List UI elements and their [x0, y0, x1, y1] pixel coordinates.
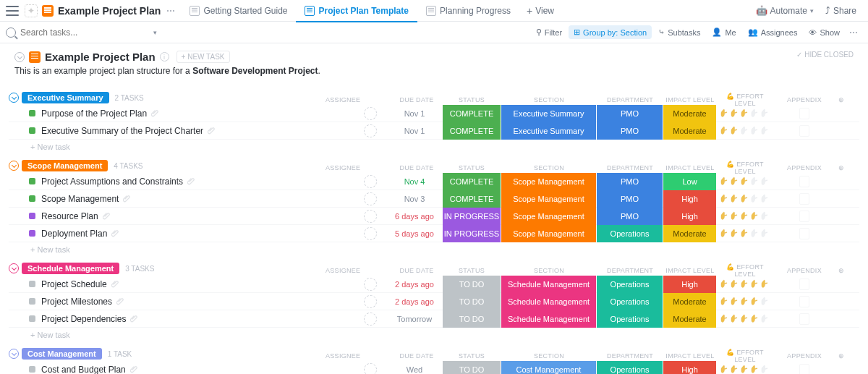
- col-department[interactable]: DEPARTMENT: [597, 96, 663, 103]
- status-square-icon[interactable]: [29, 127, 35, 134]
- search-input[interactable]: [20, 27, 150, 38]
- department-badge[interactable]: PMO: [597, 173, 663, 190]
- status-badge[interactable]: TO DO: [443, 276, 501, 293]
- status-square-icon[interactable]: [29, 298, 35, 305]
- col-department[interactable]: DEPARTMENT: [597, 352, 663, 360]
- department-badge[interactable]: Operations: [597, 225, 663, 242]
- department-badge[interactable]: PMO: [597, 208, 663, 225]
- col-assignee[interactable]: ASSIGNEE: [326, 96, 354, 103]
- assignee-cell[interactable]: [356, 192, 385, 205]
- status-square-icon[interactable]: [29, 281, 35, 287]
- assignee-placeholder-icon[interactable]: [364, 175, 377, 188]
- add-column-button[interactable]: ⊕: [835, 164, 848, 171]
- attachment-icon[interactable]: [208, 127, 216, 135]
- task-name[interactable]: Project Schedule: [41, 279, 107, 289]
- status-badge[interactable]: TO DO: [443, 293, 501, 310]
- task-row[interactable]: Project Dependencies Tomorrow TO DO Sche…: [9, 310, 859, 328]
- assignee-cell[interactable]: [356, 124, 385, 137]
- impact-badge[interactable]: Low: [663, 173, 716, 190]
- due-date[interactable]: 6 days ago: [388, 212, 441, 221]
- appendix-cell[interactable]: [775, 193, 833, 205]
- status-square-icon[interactable]: [29, 230, 35, 237]
- effort-cell[interactable]: [716, 194, 774, 203]
- assignee-placeholder-icon[interactable]: [364, 107, 377, 120]
- assignee-placeholder-icon[interactable]: [364, 278, 377, 291]
- section-badge[interactable]: Schedule Management: [501, 293, 596, 310]
- appendix-cell[interactable]: [775, 228, 833, 239]
- col-assignee[interactable]: ASSIGNEE: [326, 267, 354, 274]
- col-status[interactable]: STATUS: [443, 267, 501, 274]
- task-name[interactable]: Project Assumptions and Constraints: [41, 177, 183, 187]
- effort-cell[interactable]: [716, 211, 774, 221]
- col-status[interactable]: STATUS: [443, 164, 501, 171]
- status-badge[interactable]: IN PROGRESS: [443, 208, 501, 225]
- department-badge[interactable]: Operations: [597, 310, 663, 328]
- more-button[interactable]: ⋯: [845, 27, 862, 38]
- col-department[interactable]: DEPARTMENT: [597, 267, 663, 274]
- new-task-row[interactable]: + New task: [9, 140, 859, 154]
- task-name[interactable]: Project Dependencies: [41, 314, 126, 324]
- col-department[interactable]: DEPARTMENT: [597, 164, 663, 171]
- col-appendix[interactable]: APPENDIX: [775, 267, 833, 274]
- task-row[interactable]: Scope Management Nov 3 COMPLETE Scope Ma…: [9, 190, 859, 208]
- attachment-icon[interactable]: [111, 280, 120, 289]
- col-impact[interactable]: IMPACT LEVEL: [664, 352, 716, 360]
- status-badge[interactable]: COMPLETE: [443, 105, 501, 122]
- add-column-button[interactable]: ⊕: [835, 267, 848, 274]
- col-status[interactable]: STATUS: [443, 96, 501, 103]
- status-square-icon[interactable]: [29, 178, 35, 184]
- automate-button[interactable]: 🤖 Automate ▾: [750, 5, 820, 16]
- assignee-cell[interactable]: [356, 227, 385, 240]
- workspace-icon[interactable]: ✦: [25, 4, 38, 17]
- appendix-cell[interactable]: [775, 279, 833, 290]
- effort-cell[interactable]: [716, 229, 774, 238]
- status-badge[interactable]: TO DO: [443, 310, 501, 328]
- attachment-icon[interactable]: [111, 229, 120, 238]
- menu-icon[interactable]: [6, 6, 19, 16]
- col-due[interactable]: DUE DATE: [388, 164, 446, 171]
- assignee-cell[interactable]: [356, 210, 385, 223]
- effort-cell[interactable]: [716, 279, 774, 289]
- col-appendix[interactable]: APPENDIX: [775, 352, 833, 360]
- section-badge[interactable]: Schedule Management: [501, 276, 596, 293]
- status-square-icon[interactable]: [29, 366, 35, 373]
- status-badge[interactable]: IN PROGRESS: [443, 225, 501, 242]
- task-name[interactable]: Project Milestones: [41, 297, 112, 307]
- effort-cell[interactable]: [716, 109, 774, 118]
- new-task-button[interactable]: + NEW TASK: [176, 51, 230, 63]
- new-task-row[interactable]: + New task: [9, 328, 859, 342]
- appendix-cell[interactable]: [775, 364, 833, 375]
- hide-closed-toggle[interactable]: HIDE CLOSED: [796, 51, 854, 59]
- section-badge[interactable]: Executive Summary: [501, 105, 596, 122]
- assignee-cell[interactable]: [356, 175, 385, 188]
- impact-badge[interactable]: Moderate: [663, 105, 716, 122]
- section-badge[interactable]: Scope Management: [501, 173, 596, 190]
- section-badge[interactable]: Scope Management: [501, 208, 596, 225]
- task-name[interactable]: Purpose of the Project Plan: [41, 109, 147, 119]
- col-section[interactable]: SECTION: [502, 352, 596, 360]
- assignee-placeholder-icon[interactable]: [364, 363, 377, 375]
- impact-badge[interactable]: Moderate: [663, 310, 716, 328]
- department-badge[interactable]: Operations: [597, 293, 663, 310]
- appendix-cell[interactable]: [775, 108, 833, 119]
- appendix-cell[interactable]: [775, 296, 833, 307]
- share-button[interactable]: ⤴ Share: [820, 5, 862, 16]
- department-badge[interactable]: Operations: [597, 276, 663, 293]
- col-assignee[interactable]: ASSIGNEE: [326, 164, 354, 171]
- effort-cell[interactable]: [716, 126, 774, 135]
- assignee-placeholder-icon[interactable]: [364, 124, 377, 137]
- show-button[interactable]: 👁Show: [804, 26, 845, 39]
- due-date[interactable]: Tomorrow: [388, 315, 441, 323]
- col-impact[interactable]: IMPACT LEVEL: [664, 164, 716, 171]
- assignee-cell[interactable]: [356, 295, 385, 308]
- task-row[interactable]: Project Assumptions and Constraints Nov …: [9, 173, 859, 190]
- task-name[interactable]: Cost and Budget Plan: [41, 365, 126, 375]
- me-button[interactable]: 👤Me: [707, 25, 741, 39]
- attachment-icon[interactable]: [151, 109, 160, 118]
- task-row[interactable]: Cost and Budget Plan Wed TO DO Cost Mana…: [9, 361, 859, 374]
- tab-project-plan-template[interactable]: Project Plan Template: [296, 0, 417, 22]
- task-row[interactable]: Purpose of the Project Plan Nov 1 COMPLE…: [9, 105, 859, 122]
- attachment-icon[interactable]: [130, 315, 139, 323]
- attachment-icon[interactable]: [123, 195, 132, 203]
- assignee-cell[interactable]: [356, 313, 385, 326]
